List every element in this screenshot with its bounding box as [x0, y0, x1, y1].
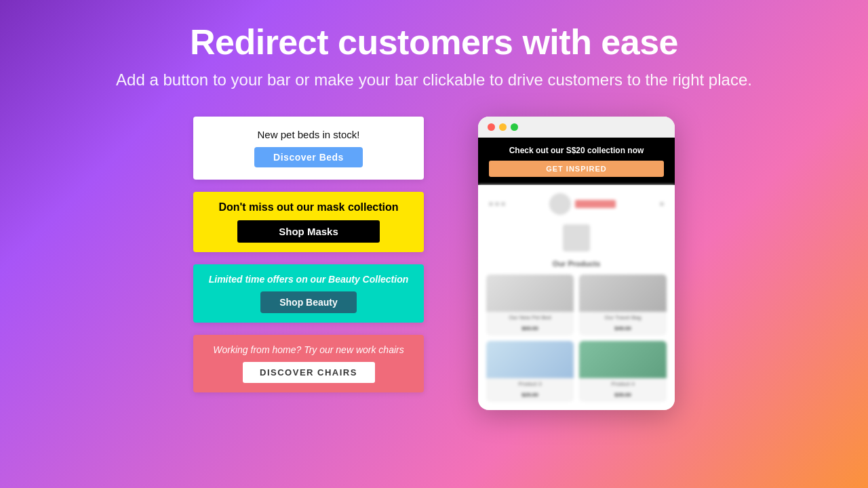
example-bar-4: Working from home? Try our new work chai… — [193, 335, 424, 392]
browser-chrome — [478, 117, 675, 138]
product-1-info: Our New Pet Bed $69.00 — [486, 312, 574, 336]
page-subtitle: Add a button to your bar or make your ba… — [116, 70, 752, 89]
bar-4-button[interactable]: DISCOVER CHAIRS — [243, 362, 375, 383]
product-2-img — [579, 274, 667, 312]
mockup-product-2: Our Travel Bag $49.00 — [579, 274, 667, 336]
example-bar-1: New pet beds in stock! Discover Beds — [193, 117, 424, 180]
browser-dot-yellow — [499, 123, 507, 131]
mockup-notif-text: Check out our S$20 collection now — [489, 146, 664, 155]
nav-icon-1 — [660, 202, 664, 206]
bar-3-text: Limited time offers on our Beauty Collec… — [209, 274, 409, 285]
mockup-site-content: Our Products Our New Pet Bed $69.00 Our … — [478, 185, 675, 410]
product-3-info: Product 3 $29.00 — [486, 378, 574, 402]
page-title: Redirect customers with ease — [116, 22, 752, 62]
bar-3-button[interactable]: Shop Beauty — [260, 291, 357, 313]
mockup-nav-icons — [660, 202, 664, 206]
product-2-name: Our Travel Bag — [583, 314, 663, 321]
bar-4-text: Working from home? Try our new work chai… — [213, 344, 403, 355]
product-2-price: $49.00 — [614, 325, 631, 331]
mockup-products-title: Our Products — [486, 260, 667, 268]
examples-column: New pet beds in stock! Discover Beds Don… — [193, 117, 424, 392]
mockup-product-1: Our New Pet Bed $69.00 — [486, 274, 574, 336]
product-1-name: Our New Pet Bed — [490, 314, 570, 321]
content-area: New pet beds in stock! Discover Beds Don… — [0, 103, 868, 424]
mockup-logo — [549, 193, 616, 215]
mockup-product-3: Product 3 $29.00 — [486, 341, 574, 402]
product-1-img — [486, 274, 574, 312]
mockup-notif-button[interactable]: GET INSPIRED — [489, 161, 664, 177]
logo-circle — [549, 193, 571, 215]
browser-dot-green — [511, 123, 518, 131]
mockup-products-grid: Our New Pet Bed $69.00 Our Travel Bag $4… — [486, 274, 667, 402]
mockup-nav-dots — [489, 202, 505, 206]
mockup-product-box — [563, 224, 590, 251]
product-3-img — [486, 341, 574, 378]
browser-dot-red — [488, 123, 495, 131]
mockup-product-4: Product 4 $39.00 — [579, 341, 667, 402]
nav-dot-3 — [501, 202, 505, 206]
bar-2-button[interactable]: Shop Masks — [237, 220, 380, 243]
product-4-price: $39.00 — [614, 392, 631, 398]
product-3-name: Product 3 — [490, 381, 570, 387]
nav-dot-2 — [495, 202, 499, 206]
mockup-notification-bar: Check out our S$20 collection now GET IN… — [478, 138, 675, 185]
logo-text-bar — [575, 200, 616, 208]
example-bar-3: Limited time offers on our Beauty Collec… — [193, 264, 424, 323]
browser-mockup: Check out our S$20 collection now GET IN… — [478, 117, 675, 410]
product-2-info: Our Travel Bag $49.00 — [579, 312, 667, 336]
product-4-info: Product 4 $39.00 — [579, 378, 667, 402]
product-1-price: $69.00 — [521, 325, 538, 331]
bar-1-button[interactable]: Discover Beds — [254, 147, 363, 167]
mockup-nav — [486, 193, 667, 215]
nav-dot-1 — [489, 202, 493, 206]
example-bar-2: Don't miss out our mask collection Shop … — [193, 192, 424, 252]
product-3-price: $29.00 — [521, 392, 538, 398]
product-4-name: Product 4 — [583, 381, 663, 387]
product-4-img — [579, 341, 667, 378]
bar-1-text: New pet beds in stock! — [258, 129, 360, 140]
page-header: Redirect customers with ease Add a butto… — [89, 0, 779, 103]
bar-2-text: Don't miss out our mask collection — [218, 201, 398, 214]
